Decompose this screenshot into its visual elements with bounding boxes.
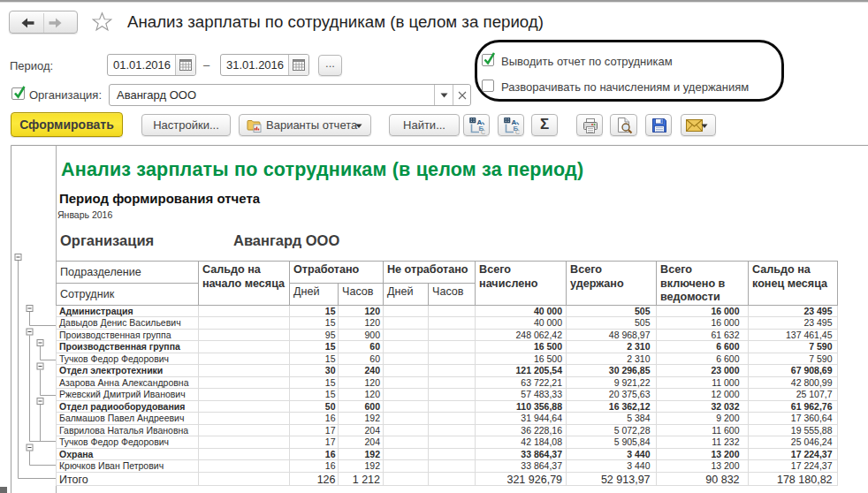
- svg-text:С: С: [481, 129, 485, 134]
- svg-text:С: С: [515, 129, 520, 134]
